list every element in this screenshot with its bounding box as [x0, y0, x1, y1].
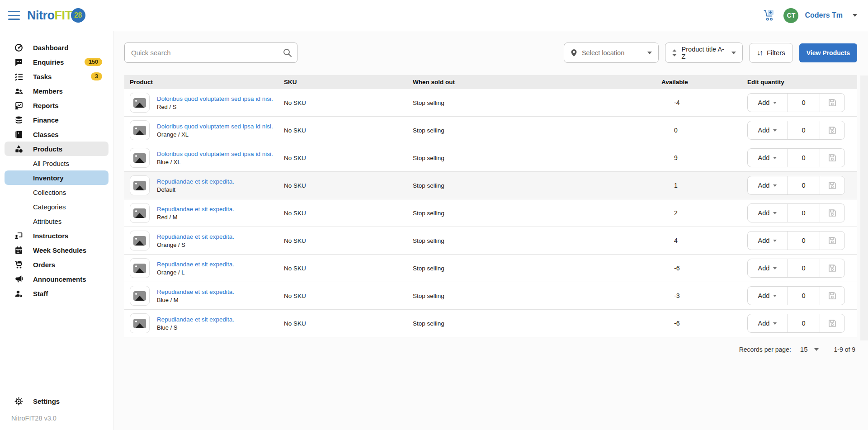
quantity-mode-dropdown[interactable]: Add	[748, 121, 788, 139]
quantity-input[interactable]	[788, 259, 820, 277]
quantity-input[interactable]	[788, 232, 820, 250]
toolbar-right: Select location Product title A-Z ↓↑ Fil…	[564, 43, 857, 63]
sidebar-item-orders[interactable]: Orders	[5, 257, 108, 272]
view-products-button[interactable]: View Products	[799, 43, 857, 62]
sidebar-item-staff[interactable]: Staff	[5, 286, 108, 301]
save-quantity-button[interactable]	[820, 204, 844, 222]
quantity-input[interactable]	[788, 204, 820, 222]
sidebar-item-finance[interactable]: Finance	[5, 113, 108, 127]
quantity-mode-dropdown[interactable]: Add	[748, 314, 788, 332]
product-cell: Repudiandae et sit expedita. Orange / L	[124, 258, 278, 278]
product-link[interactable]: Doloribus quod voluptatem sed ipsa id ni…	[157, 123, 273, 130]
sidebar-item-inventory[interactable]: Inventory	[5, 170, 108, 185]
quantity-input[interactable]	[788, 287, 820, 305]
quantity-editor: Add	[747, 203, 845, 222]
product-image-placeholder	[130, 203, 150, 223]
product-link[interactable]: Repudiandae et sit expedita.	[157, 206, 234, 213]
save-quantity-button[interactable]	[820, 232, 844, 250]
image-icon	[133, 319, 146, 328]
sidebar-item-dashboard[interactable]: Dashboard	[5, 40, 108, 55]
sidebar-item-settings[interactable]: Settings	[5, 394, 66, 408]
user-menu-button[interactable]	[849, 14, 857, 17]
quantity-mode-dropdown[interactable]: Add	[748, 149, 788, 167]
filters-button[interactable]: ↓↑ Filters	[749, 43, 793, 63]
product-info: Repudiandae et sit expedita. Red / M	[157, 206, 234, 221]
save-icon	[828, 208, 837, 217]
product-link[interactable]: Repudiandae et sit expedita.	[157, 316, 234, 323]
sidebar-item-tasks[interactable]: Tasks 3	[5, 69, 108, 84]
sidebar-item-attributes[interactable]: Attributes	[5, 214, 108, 228]
sidebar-item-instructors[interactable]: Instructors	[5, 228, 108, 243]
quantity-input[interactable]	[788, 94, 820, 112]
product-link[interactable]: Repudiandae et sit expedita.	[157, 178, 234, 185]
sidebar-item-classes[interactable]: Classes	[5, 127, 108, 142]
sort-arrows-icon: ↓↑	[757, 49, 762, 57]
records-per-page-dropdown[interactable]	[808, 348, 819, 351]
quantity-mode-dropdown[interactable]: Add	[748, 232, 788, 250]
product-image-placeholder	[130, 93, 150, 113]
location-select[interactable]: Select location	[564, 43, 659, 63]
quantity-input[interactable]	[788, 314, 820, 332]
sidebar-item-members[interactable]: Members	[5, 84, 108, 98]
quantity-mode-dropdown[interactable]: Add	[748, 204, 788, 222]
search-input[interactable]	[124, 43, 297, 63]
product-image-placeholder	[130, 258, 150, 278]
sidebar-item-collections[interactable]: Collections	[5, 185, 108, 199]
image-icon-dot	[135, 183, 137, 184]
sidebar-item-week-schedules[interactable]: Week Schedules	[5, 243, 108, 257]
search-icon[interactable]	[283, 48, 292, 59]
menu-toggle-button[interactable]	[8, 11, 20, 20]
quantity-mode-dropdown[interactable]: Add	[748, 287, 788, 305]
sort-select[interactable]: Product title A-Z	[665, 43, 743, 63]
save-quantity-button[interactable]	[820, 314, 844, 332]
quantity-input[interactable]	[788, 176, 820, 194]
quantity-mode-dropdown[interactable]: Add	[748, 259, 788, 277]
product-cell: Repudiandae et sit expedita. Red / M	[124, 203, 278, 223]
save-quantity-button[interactable]	[820, 287, 844, 305]
quantity-mode-label: Add	[758, 292, 770, 299]
product-link[interactable]: Repudiandae et sit expedita.	[157, 261, 234, 268]
sidebar-item-categories[interactable]: Categories	[5, 199, 108, 214]
save-quantity-button[interactable]	[820, 149, 844, 167]
sidebar-item-enquiries[interactable]: Enquiries 150	[5, 55, 108, 69]
sidebar-item-label: All Products	[33, 160, 69, 167]
product-info: Doloribus quod voluptatem sed ipsa id ni…	[157, 95, 273, 110]
sidebar-item-reports[interactable]: Reports	[5, 98, 108, 113]
cart-button[interactable]	[764, 9, 777, 21]
toolbar: Select location Product title A-Z ↓↑ Fil…	[124, 43, 857, 63]
user-avatar[interactable]: CT	[783, 8, 798, 23]
sku-cell: No SKU	[278, 210, 407, 217]
product-link[interactable]: Repudiandae et sit expedita.	[157, 288, 234, 295]
save-icon	[828, 264, 837, 273]
save-quantity-button[interactable]	[820, 259, 844, 277]
chevron-down-icon	[773, 129, 777, 132]
image-icon-dot	[135, 321, 137, 322]
product-image-placeholder	[130, 286, 150, 306]
table-scrollbar-track[interactable]	[860, 76, 868, 340]
filters-label: Filters	[767, 49, 785, 57]
product-link[interactable]: Repudiandae et sit expedita.	[157, 233, 234, 240]
quantity-mode-dropdown[interactable]: Add	[748, 94, 788, 112]
sidebar-item-products[interactable]: Products	[5, 142, 108, 156]
sidebar-item-all-products[interactable]: All Products	[5, 156, 108, 170]
edit-quantity-cell: Add	[742, 93, 857, 112]
sidebar-item-announcements[interactable]: Announcements	[5, 272, 108, 286]
product-link[interactable]: Doloribus quod voluptatem sed ipsa id ni…	[157, 95, 273, 102]
product-image-placeholder	[130, 175, 150, 195]
product-link[interactable]: Doloribus quod voluptatem sed ipsa id ni…	[157, 151, 273, 157]
quantity-input[interactable]	[788, 149, 820, 167]
quantity-mode-dropdown[interactable]: Add	[748, 176, 788, 194]
members-icon	[14, 87, 23, 95]
topbar: NitroFIT28 CT Coders Tm	[0, 0, 868, 31]
save-quantity-button[interactable]	[820, 94, 844, 112]
image-icon-dot	[135, 293, 137, 295]
quantity-editor: Add	[747, 176, 845, 195]
image-icon-dot	[135, 128, 137, 129]
quantity-input[interactable]	[788, 121, 820, 139]
quantity-editor: Add	[747, 314, 845, 333]
image-icon	[133, 126, 146, 135]
image-icon	[133, 208, 146, 218]
save-quantity-button[interactable]	[820, 176, 844, 194]
edit-quantity-cell: Add	[742, 286, 857, 305]
save-quantity-button[interactable]	[820, 121, 844, 139]
